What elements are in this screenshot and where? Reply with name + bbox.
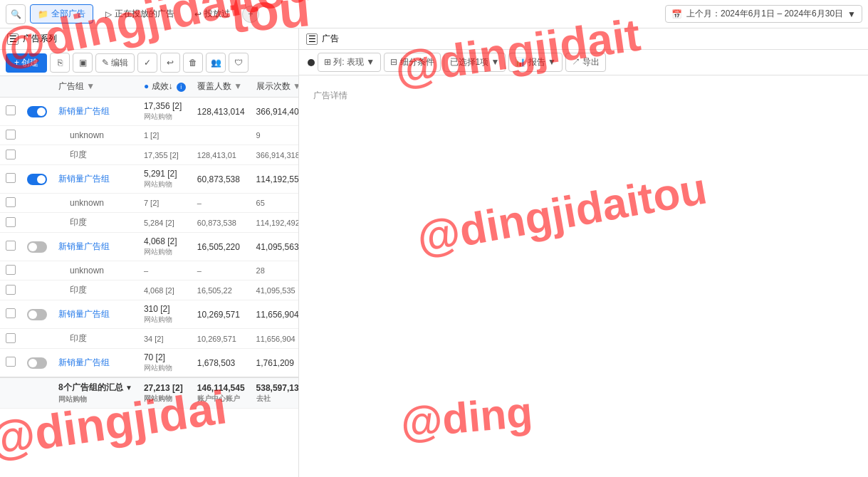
row-checkbox[interactable] (0, 300, 21, 329)
undo-button[interactable]: ↩ (160, 53, 180, 73)
shield-button[interactable]: 🛡 (229, 53, 249, 73)
create-button[interactable]: + 创建 (6, 53, 47, 73)
row-conversion: 310 [2]网站购物 (138, 300, 192, 329)
row-reach: 1,678,503 (192, 349, 251, 378)
row-conversion: 5,284 [2] (138, 213, 192, 233)
copy-button[interactable]: ⎘ (50, 53, 70, 73)
row-status[interactable] (21, 213, 53, 233)
right-table-container[interactable]: 广告详情 (299, 75, 868, 477)
row-status[interactable] (21, 329, 53, 349)
row-conversion: 70 [2]网站购物 (138, 349, 192, 378)
row-reach: 60,873,538 (192, 165, 251, 194)
row-status[interactable] (21, 194, 53, 213)
row-status[interactable] (21, 145, 53, 165)
row-name[interactable]: 新销量广告组 (53, 98, 138, 126)
row-impressions: 11,656,904 (251, 300, 298, 329)
row-checkbox[interactable] (0, 126, 21, 145)
columns-button[interactable]: ⊞ 列: 表现 ▼ (318, 53, 381, 72)
footer-conversion: 27,213 [2]网站购物 (138, 377, 192, 409)
right-panel-title: 广告 (322, 33, 339, 45)
row-conversion: 4,068 [2]网站购物 (138, 233, 192, 261)
row-reach: 128,413,01 (192, 145, 251, 165)
row-name[interactable]: 新销量广告组 (53, 233, 138, 261)
row-reach: 16,505,220 (192, 233, 251, 261)
adgroup-name[interactable]: 新销量广告组 (58, 106, 110, 116)
row-status[interactable] (21, 233, 53, 261)
row-status[interactable] (21, 300, 53, 329)
row-checkbox[interactable] (0, 145, 21, 165)
row-conversion: 1 [2] (138, 126, 192, 145)
row-status[interactable] (21, 261, 53, 281)
row-name[interactable]: 印度 (53, 281, 138, 300)
filter-button[interactable]: ⊟ 细分条件 (384, 53, 440, 72)
dropdown-arrow: ▼ (847, 9, 856, 19)
export-button[interactable]: ↗ 导出 (565, 53, 606, 72)
row-reach: – (192, 261, 251, 281)
row-impressions: 366,914,409 (251, 98, 298, 126)
left-panel-title: 广告系列 (23, 33, 57, 45)
row-name[interactable]: 印度 (53, 145, 138, 165)
toolbar-left: + 创建 ⎘ ▣ ✎ 编辑 ✓ ↩ 🗑 👥 🛡 (0, 50, 298, 76)
row-checkbox[interactable] (0, 233, 21, 261)
calendar-icon: 📅 (671, 9, 682, 19)
adgroup-name[interactable]: 新销量广告组 (58, 241, 110, 251)
row-status[interactable] (21, 126, 53, 145)
row-checkbox[interactable] (0, 281, 21, 300)
row-reach: 10,269,571 (192, 300, 251, 329)
row-checkbox[interactable] (0, 194, 21, 213)
date-range-picker[interactable]: 📅 上个月：2024年6月1日 – 2024年6月30日 ▼ (665, 5, 862, 23)
users-button[interactable]: 👥 (206, 53, 226, 73)
add-tab-button[interactable]: + (242, 6, 259, 23)
delete-button[interactable]: 🗑 (183, 53, 203, 73)
col-checkbox (0, 76, 21, 98)
adgroup-name[interactable]: 新销量广告组 (58, 174, 110, 184)
folder-icon: 📁 (38, 9, 48, 19)
row-name[interactable]: unknown (53, 261, 138, 281)
row-status[interactable] (21, 349, 53, 378)
top-bar: 🔍 📁 全部广告 ▷ 正在投放的广告 ↩ 投放过 + 📅 上个月：2024年6月… (0, 0, 868, 28)
search-button[interactable]: 🔍 (6, 4, 26, 24)
row-checkbox[interactable] (0, 165, 21, 194)
row-impressions: 1,761,209 (251, 349, 298, 378)
row-name[interactable]: 印度 (53, 329, 138, 349)
row-checkbox[interactable] (0, 261, 21, 281)
row-status[interactable] (21, 165, 53, 194)
toolbar-right: ⊞ 列: 表现 ▼ ⊟ 细分条件 已选择1项 ▼ 📊 报告 ▼ ↗ 导出 (299, 50, 868, 75)
main-layout: ☰ 广告系列 + 创建 ⎘ ▣ ✎ 编辑 ✓ ↩ 🗑 👥 🛡 广告组 ▼ (0, 28, 868, 477)
row-name[interactable]: unknown (53, 126, 138, 145)
tab-all-ads[interactable]: 📁 全部广告 (30, 4, 93, 23)
row-checkbox[interactable] (0, 329, 21, 349)
sub-row-name: unknown (58, 130, 104, 140)
paste-button[interactable]: ▣ (73, 53, 93, 73)
right-panel-icon: ☰ (306, 33, 318, 45)
row-conversion: 17,356 [2]网站购物 (138, 98, 192, 126)
row-name[interactable]: unknown (53, 194, 138, 213)
row-conversion: – (138, 261, 192, 281)
row-checkbox[interactable] (0, 98, 21, 126)
row-status[interactable] (21, 281, 53, 300)
history-icon: ↩ (194, 9, 202, 19)
check-button[interactable]: ✓ (137, 53, 157, 73)
left-table-container[interactable]: 广告组 ▼ ● 成效↓ i 覆盖人数 ▼ 展示次数 ▼ 单次成效费用 ▼ 花费金… (0, 76, 298, 477)
row-checkbox[interactable] (0, 349, 21, 378)
col-impressions: 展示次数 ▼ (251, 76, 298, 98)
row-name[interactable]: 印度 (53, 213, 138, 233)
tab-past[interactable]: ↩ 投放过 (187, 4, 238, 23)
footer-label: 8个广告组的汇总 ▼ 网站购物 (53, 377, 138, 409)
row-reach: 16,505,22 (192, 281, 251, 300)
row-name[interactable]: 新销量广告组 (53, 300, 138, 329)
row-name[interactable]: 新销量广告组 (53, 165, 138, 194)
row-name[interactable]: 新销量广告组 (53, 349, 138, 378)
edit-button[interactable]: ✎ 编辑 (95, 53, 135, 73)
adgroup-name[interactable]: 新销量广告组 (58, 309, 110, 319)
report-button[interactable]: 📊 报告 ▼ (508, 53, 563, 72)
footer-status (21, 377, 53, 409)
sub-row-name: 印度 (58, 285, 87, 295)
adgroup-name[interactable]: 新销量广告组 (58, 357, 110, 367)
selected-button[interactable]: 已选择1项 ▼ (444, 53, 506, 72)
row-status[interactable] (21, 98, 53, 126)
row-checkbox[interactable] (0, 213, 21, 233)
tab-running[interactable]: ▷ 正在投放的广告 (98, 4, 182, 23)
row-impressions: 41,095,563 (251, 233, 298, 261)
sub-row-name: 印度 (58, 333, 87, 343)
